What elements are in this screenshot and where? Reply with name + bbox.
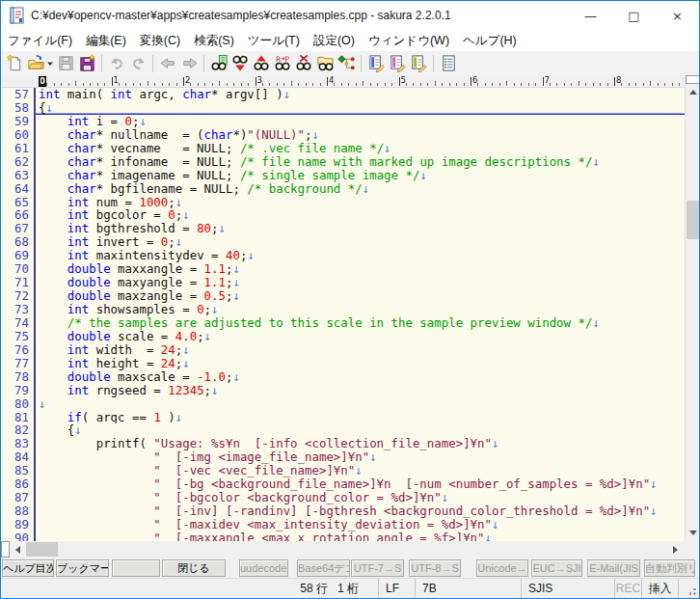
line-number[interactable]: 86	[1, 477, 36, 491]
jump-forward-icon[interactable]	[178, 53, 200, 74]
jump-back-icon[interactable]	[157, 53, 178, 74]
function-bar-button[interactable]: ブックマー	[56, 559, 109, 577]
code-text[interactable]: ↓	[36, 397, 685, 411]
code-text[interactable]: if( argc == 1 )↓	[36, 411, 685, 424]
line-number[interactable]: 74	[1, 316, 36, 330]
line-number[interactable]: 70	[1, 262, 36, 276]
search-icon[interactable]	[208, 53, 229, 74]
code-line[interactable]: 57int main( int argc, char* argv[] )↓	[1, 88, 685, 101]
menu-search[interactable]: 検索(S)	[187, 31, 241, 51]
doc-search-blue-icon[interactable]	[365, 53, 387, 74]
line-number[interactable]: 62	[1, 155, 36, 169]
line-number[interactable]: 57	[1, 88, 36, 101]
maximize-button[interactable]: □	[612, 1, 656, 30]
code-line[interactable]: 75 double scale = 4.0;↓	[1, 330, 685, 343]
clear-search-mark-icon[interactable]	[293, 53, 314, 74]
line-number[interactable]: 58	[1, 101, 36, 115]
doc-search-pink-icon[interactable]	[387, 53, 408, 74]
code-text[interactable]: double maxyangle = 1.1;↓	[36, 276, 685, 289]
code-line[interactable]: 87 " [-bgcolor <background_color = %d>]¥…	[1, 491, 685, 504]
code-line[interactable]: 78 double maxscale = -1.0;↓	[1, 370, 685, 384]
function-bar-button[interactable]: Unicode→	[476, 559, 528, 577]
line-number[interactable]: 64	[1, 182, 36, 196]
line-number[interactable]: 88	[1, 504, 36, 518]
save-all-icon[interactable]	[76, 53, 97, 74]
vertical-scrollbar[interactable]	[685, 75, 700, 541]
function-bar-button[interactable]: E-Mail(JIS	[587, 559, 640, 577]
code-text[interactable]: " [-bgcolor <background_color = %d>]¥n"↓	[36, 491, 685, 504]
code-text[interactable]: " [-inv] [-randinv] [-bgthresh <backgrou…	[36, 504, 685, 518]
title-bar[interactable]: C:¥dev¥opencv-master¥apps¥createsamples¥…	[1, 1, 699, 30]
hscroll-track[interactable]	[26, 541, 667, 558]
code-line[interactable]: 85 " [-vec <vec_file_name>]¥n"↓	[1, 464, 685, 477]
menu-settings[interactable]: 設定(O)	[307, 31, 362, 51]
line-number[interactable]: 72	[1, 289, 36, 303]
code-text[interactable]: {↓	[36, 101, 685, 115]
code-line[interactable]: 79 int rngseed = 12345;↓	[1, 384, 685, 397]
line-number[interactable]: 60	[1, 128, 36, 142]
code-text[interactable]: {↓	[36, 423, 685, 437]
code-line[interactable]: 64 char* bgfilename = NULL; /* backgroun…	[1, 182, 685, 196]
line-number[interactable]: 75	[1, 330, 36, 343]
scroll-left-arrow[interactable]	[10, 541, 26, 558]
code-text[interactable]: " [-vec <vec_file_name>]¥n"↓	[36, 464, 685, 477]
menu-help[interactable]: ヘルプ(H)	[456, 31, 524, 51]
function-bar-button[interactable]: ヘルプ目次	[2, 559, 54, 577]
code-text[interactable]: char* vecname = NULL; /* .vec file name …	[36, 142, 685, 155]
code-text[interactable]: double maxscale = -1.0;↓	[36, 370, 685, 384]
code-text[interactable]: double maxxangle = 1.1;↓	[36, 262, 685, 276]
code-line[interactable]: 58{↓	[1, 101, 685, 115]
line-number[interactable]: 85	[1, 464, 36, 477]
code-text[interactable]: char* imagename = NULL; /* single sample…	[36, 169, 685, 182]
code-line[interactable]: 82 {↓	[1, 423, 685, 437]
line-number[interactable]: 68	[1, 235, 36, 249]
line-number[interactable]: 59	[1, 115, 36, 128]
function-bar-button[interactable]: uudecodeし	[239, 559, 288, 577]
line-number[interactable]: 73	[1, 303, 36, 316]
line-number[interactable]: 89	[1, 518, 36, 531]
code-line[interactable]: 81 if( argc == 1 )↓	[1, 411, 685, 424]
open-file-icon[interactable]	[25, 53, 46, 74]
code-text[interactable]: int i = 0;↓	[36, 115, 685, 128]
line-number[interactable]: 77	[1, 357, 36, 370]
replace-icon[interactable]: RP	[272, 53, 293, 74]
line-number[interactable]: 66	[1, 208, 36, 222]
line-number[interactable]: 78	[1, 370, 36, 384]
code-line[interactable]: 84 " [-img <image_file_name>]¥n"↓	[1, 450, 685, 464]
hscroll-thumb[interactable]	[26, 542, 58, 557]
line-number[interactable]: 84	[1, 450, 36, 464]
function-bar-button[interactable]: 閉じる	[162, 559, 226, 577]
menu-tools[interactable]: ツール(T)	[241, 31, 307, 51]
line-number[interactable]: 76	[1, 343, 36, 357]
code-line[interactable]: 72 double maxzangle = 0.5;↓	[1, 289, 685, 303]
vscroll-track[interactable]	[686, 100, 700, 507]
code-line[interactable]: 66 int bgcolor = 0;↓	[1, 208, 685, 222]
save-icon[interactable]	[55, 53, 76, 74]
code-text[interactable]: " [-img <image_file_name>]¥n"↓	[36, 450, 685, 464]
horizontal-scrollbar[interactable]	[1, 541, 700, 558]
code-text[interactable]: int showsamples = 0;↓	[36, 303, 685, 316]
line-number[interactable]: 71	[1, 276, 36, 289]
code-text[interactable]: double maxzangle = 0.5;↓	[36, 289, 685, 303]
code-line[interactable]: 86 " [-bg <background_file_name>]¥n [-nu…	[1, 477, 685, 491]
code-text[interactable]: printf( "Usage: %s¥n [-info <collection_…	[36, 437, 685, 450]
code-text[interactable]: int bgcolor = 0;↓	[36, 208, 685, 222]
code-line[interactable]: 83 printf( "Usage: %s¥n [-info <collecti…	[1, 437, 685, 450]
scroll-down-arrow[interactable]	[686, 525, 700, 541]
code-line[interactable]: 62 char* infoname = NULL; /* file name w…	[1, 155, 685, 169]
code-line[interactable]: 69 int maxintensitydev = 40;↓	[1, 249, 685, 262]
function-bar-button[interactable]: EUC→SJI	[531, 559, 582, 577]
code-text[interactable]: double scale = 4.0;↓	[36, 330, 685, 343]
code-line[interactable]: 90 " [-maxxangle <max_x_rotation_angle =…	[1, 531, 685, 541]
scroll-right-arrow[interactable]	[667, 541, 684, 558]
new-file-icon[interactable]	[4, 53, 25, 74]
code-text[interactable]: int bgthreshold = 80;↓	[36, 222, 685, 235]
code-line[interactable]: 63 char* imagename = NULL; /* single sam…	[1, 169, 685, 182]
doc-search-olive-icon[interactable]	[408, 53, 429, 74]
code-text[interactable]: int main( int argc, char* argv[] )↓	[36, 88, 685, 101]
code-line[interactable]: 60 char* nullname = (char*)"(NULL)";↓	[1, 128, 685, 142]
outline-tree-icon[interactable]	[336, 53, 357, 74]
code-line[interactable]: 74 /* the samples are adjusted to this s…	[1, 316, 685, 330]
line-number[interactable]: 83	[1, 437, 36, 450]
scroll-up-arrow[interactable]	[686, 84, 700, 100]
